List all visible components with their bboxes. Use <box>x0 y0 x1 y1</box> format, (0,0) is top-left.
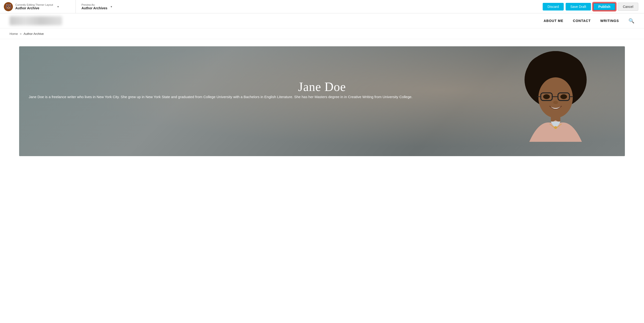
hero-section: Jane Doe Jane Doe is a freelance writer … <box>19 46 625 156</box>
admin-bar: 🐻 Currently Editing Themer Layout Author… <box>0 0 644 13</box>
preview-section[interactable]: Preview As: Author Archives ▾ <box>76 3 143 10</box>
preview-label: Preview As: <box>82 3 107 6</box>
editing-title: Author Archive <box>15 6 53 10</box>
breadcrumb: Home » Author Archive <box>10 32 634 35</box>
site-logo <box>10 16 62 25</box>
admin-actions: Discard Save Draft Publish Cancel <box>543 3 640 11</box>
preview-text-group: Preview As: Author Archives <box>82 3 107 10</box>
breadcrumb-bar: Home » Author Archive <box>0 28 644 39</box>
nav-link-about-me[interactable]: ABOUT ME <box>544 19 564 23</box>
discard-button[interactable]: Discard <box>543 3 564 10</box>
hero-content: Jane Doe Jane Doe is a freelance writer … <box>19 46 625 107</box>
site-nav: ABOUT ME CONTACT WRITINGS 🔍 <box>0 13 644 28</box>
logo-bear-icon: 🐻 <box>4 2 13 11</box>
editing-label: Currently Editing Themer Layout <box>15 3 53 6</box>
breadcrumb-separator: » <box>20 32 22 35</box>
search-icon[interactable]: 🔍 <box>628 18 634 24</box>
editing-dropdown-arrow[interactable]: ▾ <box>57 5 59 8</box>
breadcrumb-home[interactable]: Home <box>10 32 18 35</box>
admin-logo-text: Currently Editing Themer Layout Author A… <box>15 3 53 10</box>
hero-bio: Jane Doe is a freelance writer who lives… <box>29 94 453 100</box>
cancel-button[interactable]: Cancel <box>618 3 638 11</box>
nav-link-writings[interactable]: WRITINGS <box>600 19 619 23</box>
site-nav-links: ABOUT ME CONTACT WRITINGS 🔍 <box>544 18 634 24</box>
site-logo-area <box>10 16 62 25</box>
save-draft-button[interactable]: Save Draft <box>566 3 591 10</box>
admin-logo[interactable]: 🐻 Currently Editing Themer Layout Author… <box>4 2 76 11</box>
publish-button[interactable]: Publish <box>593 3 616 11</box>
preview-value: Author Archives <box>82 6 107 10</box>
breadcrumb-current: Author Archive <box>24 32 44 35</box>
nav-link-contact[interactable]: CONTACT <box>573 19 591 23</box>
hero-name: Jane Doe <box>19 46 625 94</box>
preview-dropdown-arrow[interactable]: ▾ <box>111 5 112 8</box>
